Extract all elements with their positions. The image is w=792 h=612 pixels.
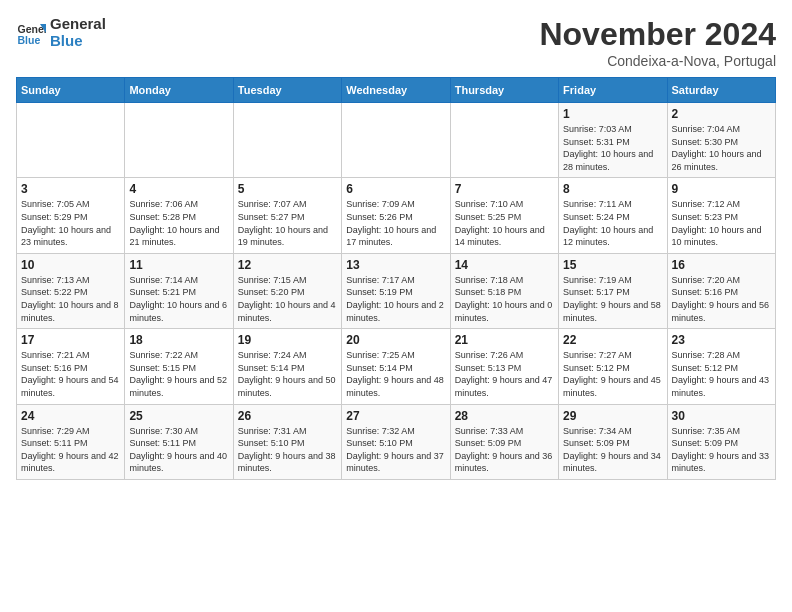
calendar-cell — [233, 103, 341, 178]
month-title: November 2024 — [539, 16, 776, 53]
calendar-cell: 19Sunrise: 7:24 AM Sunset: 5:14 PM Dayli… — [233, 329, 341, 404]
day-info: Sunrise: 7:31 AM Sunset: 5:10 PM Dayligh… — [238, 425, 337, 475]
day-number: 10 — [21, 258, 120, 272]
calendar-cell: 1Sunrise: 7:03 AM Sunset: 5:31 PM Daylig… — [559, 103, 667, 178]
day-info: Sunrise: 7:04 AM Sunset: 5:30 PM Dayligh… — [672, 123, 771, 173]
day-number: 22 — [563, 333, 662, 347]
weekday-header: Sunday — [17, 78, 125, 103]
calendar-cell: 10Sunrise: 7:13 AM Sunset: 5:22 PM Dayli… — [17, 253, 125, 328]
calendar-cell — [17, 103, 125, 178]
calendar-cell: 25Sunrise: 7:30 AM Sunset: 5:11 PM Dayli… — [125, 404, 233, 479]
calendar-cell: 13Sunrise: 7:17 AM Sunset: 5:19 PM Dayli… — [342, 253, 450, 328]
day-number: 20 — [346, 333, 445, 347]
day-number: 26 — [238, 409, 337, 423]
day-number: 7 — [455, 182, 554, 196]
day-number: 11 — [129, 258, 228, 272]
day-number: 3 — [21, 182, 120, 196]
calendar-cell: 30Sunrise: 7:35 AM Sunset: 5:09 PM Dayli… — [667, 404, 775, 479]
logo-line1: General — [50, 16, 106, 33]
day-info: Sunrise: 7:30 AM Sunset: 5:11 PM Dayligh… — [129, 425, 228, 475]
day-info: Sunrise: 7:26 AM Sunset: 5:13 PM Dayligh… — [455, 349, 554, 399]
calendar-cell: 16Sunrise: 7:20 AM Sunset: 5:16 PM Dayli… — [667, 253, 775, 328]
day-number: 28 — [455, 409, 554, 423]
day-info: Sunrise: 7:25 AM Sunset: 5:14 PM Dayligh… — [346, 349, 445, 399]
day-info: Sunrise: 7:24 AM Sunset: 5:14 PM Dayligh… — [238, 349, 337, 399]
day-info: Sunrise: 7:03 AM Sunset: 5:31 PM Dayligh… — [563, 123, 662, 173]
calendar-cell: 28Sunrise: 7:33 AM Sunset: 5:09 PM Dayli… — [450, 404, 558, 479]
title-area: November 2024 Condeixa-a-Nova, Portugal — [539, 16, 776, 69]
day-number: 25 — [129, 409, 228, 423]
day-number: 19 — [238, 333, 337, 347]
logo: General Blue General Blue — [16, 16, 106, 49]
location: Condeixa-a-Nova, Portugal — [539, 53, 776, 69]
day-number: 14 — [455, 258, 554, 272]
calendar-week-row: 1Sunrise: 7:03 AM Sunset: 5:31 PM Daylig… — [17, 103, 776, 178]
calendar-week-row: 10Sunrise: 7:13 AM Sunset: 5:22 PM Dayli… — [17, 253, 776, 328]
calendar-cell: 7Sunrise: 7:10 AM Sunset: 5:25 PM Daylig… — [450, 178, 558, 253]
day-info: Sunrise: 7:32 AM Sunset: 5:10 PM Dayligh… — [346, 425, 445, 475]
day-number: 29 — [563, 409, 662, 423]
day-number: 18 — [129, 333, 228, 347]
day-number: 9 — [672, 182, 771, 196]
day-info: Sunrise: 7:07 AM Sunset: 5:27 PM Dayligh… — [238, 198, 337, 248]
weekday-header: Friday — [559, 78, 667, 103]
calendar-cell: 12Sunrise: 7:15 AM Sunset: 5:20 PM Dayli… — [233, 253, 341, 328]
day-number: 6 — [346, 182, 445, 196]
day-number: 23 — [672, 333, 771, 347]
calendar-cell: 5Sunrise: 7:07 AM Sunset: 5:27 PM Daylig… — [233, 178, 341, 253]
day-number: 4 — [129, 182, 228, 196]
calendar-cell: 2Sunrise: 7:04 AM Sunset: 5:30 PM Daylig… — [667, 103, 775, 178]
calendar-cell: 22Sunrise: 7:27 AM Sunset: 5:12 PM Dayli… — [559, 329, 667, 404]
calendar-cell: 17Sunrise: 7:21 AM Sunset: 5:16 PM Dayli… — [17, 329, 125, 404]
day-info: Sunrise: 7:22 AM Sunset: 5:15 PM Dayligh… — [129, 349, 228, 399]
calendar-cell: 15Sunrise: 7:19 AM Sunset: 5:17 PM Dayli… — [559, 253, 667, 328]
day-info: Sunrise: 7:06 AM Sunset: 5:28 PM Dayligh… — [129, 198, 228, 248]
day-info: Sunrise: 7:19 AM Sunset: 5:17 PM Dayligh… — [563, 274, 662, 324]
calendar-cell: 3Sunrise: 7:05 AM Sunset: 5:29 PM Daylig… — [17, 178, 125, 253]
day-info: Sunrise: 7:12 AM Sunset: 5:23 PM Dayligh… — [672, 198, 771, 248]
day-number: 27 — [346, 409, 445, 423]
day-info: Sunrise: 7:20 AM Sunset: 5:16 PM Dayligh… — [672, 274, 771, 324]
calendar-cell — [450, 103, 558, 178]
day-info: Sunrise: 7:27 AM Sunset: 5:12 PM Dayligh… — [563, 349, 662, 399]
day-info: Sunrise: 7:15 AM Sunset: 5:20 PM Dayligh… — [238, 274, 337, 324]
calendar: SundayMondayTuesdayWednesdayThursdayFrid… — [16, 77, 776, 480]
day-info: Sunrise: 7:14 AM Sunset: 5:21 PM Dayligh… — [129, 274, 228, 324]
weekday-header: Thursday — [450, 78, 558, 103]
day-info: Sunrise: 7:10 AM Sunset: 5:25 PM Dayligh… — [455, 198, 554, 248]
day-info: Sunrise: 7:33 AM Sunset: 5:09 PM Dayligh… — [455, 425, 554, 475]
calendar-cell: 9Sunrise: 7:12 AM Sunset: 5:23 PM Daylig… — [667, 178, 775, 253]
calendar-cell — [342, 103, 450, 178]
calendar-cell: 8Sunrise: 7:11 AM Sunset: 5:24 PM Daylig… — [559, 178, 667, 253]
calendar-cell: 14Sunrise: 7:18 AM Sunset: 5:18 PM Dayli… — [450, 253, 558, 328]
day-number: 15 — [563, 258, 662, 272]
weekday-header: Tuesday — [233, 78, 341, 103]
weekday-header: Saturday — [667, 78, 775, 103]
day-info: Sunrise: 7:11 AM Sunset: 5:24 PM Dayligh… — [563, 198, 662, 248]
day-info: Sunrise: 7:18 AM Sunset: 5:18 PM Dayligh… — [455, 274, 554, 324]
calendar-week-row: 17Sunrise: 7:21 AM Sunset: 5:16 PM Dayli… — [17, 329, 776, 404]
day-number: 13 — [346, 258, 445, 272]
day-number: 16 — [672, 258, 771, 272]
weekday-header-row: SundayMondayTuesdayWednesdayThursdayFrid… — [17, 78, 776, 103]
weekday-header: Wednesday — [342, 78, 450, 103]
calendar-cell: 6Sunrise: 7:09 AM Sunset: 5:26 PM Daylig… — [342, 178, 450, 253]
calendar-cell: 21Sunrise: 7:26 AM Sunset: 5:13 PM Dayli… — [450, 329, 558, 404]
calendar-cell: 11Sunrise: 7:14 AM Sunset: 5:21 PM Dayli… — [125, 253, 233, 328]
calendar-cell: 27Sunrise: 7:32 AM Sunset: 5:10 PM Dayli… — [342, 404, 450, 479]
calendar-week-row: 24Sunrise: 7:29 AM Sunset: 5:11 PM Dayli… — [17, 404, 776, 479]
calendar-cell — [125, 103, 233, 178]
day-number: 30 — [672, 409, 771, 423]
day-number: 17 — [21, 333, 120, 347]
logo-line2: Blue — [50, 33, 106, 50]
day-info: Sunrise: 7:09 AM Sunset: 5:26 PM Dayligh… — [346, 198, 445, 248]
day-info: Sunrise: 7:28 AM Sunset: 5:12 PM Dayligh… — [672, 349, 771, 399]
calendar-cell: 24Sunrise: 7:29 AM Sunset: 5:11 PM Dayli… — [17, 404, 125, 479]
day-info: Sunrise: 7:13 AM Sunset: 5:22 PM Dayligh… — [21, 274, 120, 324]
calendar-cell: 20Sunrise: 7:25 AM Sunset: 5:14 PM Dayli… — [342, 329, 450, 404]
day-info: Sunrise: 7:34 AM Sunset: 5:09 PM Dayligh… — [563, 425, 662, 475]
header: General Blue General Blue November 2024 … — [16, 16, 776, 69]
day-number: 24 — [21, 409, 120, 423]
day-number: 5 — [238, 182, 337, 196]
calendar-cell: 26Sunrise: 7:31 AM Sunset: 5:10 PM Dayli… — [233, 404, 341, 479]
